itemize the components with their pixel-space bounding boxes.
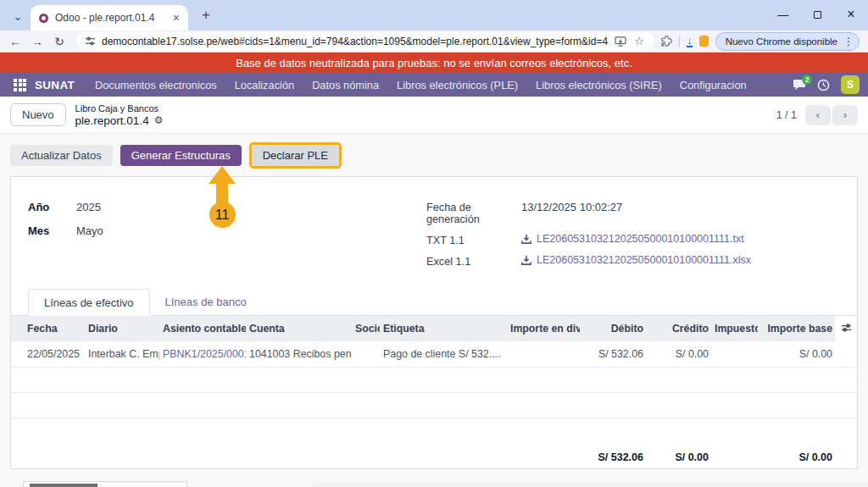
back-icon[interactable]: ← <box>5 32 25 51</box>
breadcrumb: Libro Caja y Bancos ple.report.01.4 ⚙ <box>75 103 164 127</box>
tutorial-annotation: 11 <box>207 166 237 228</box>
col-credito[interactable]: Crédito <box>646 316 711 341</box>
annotation-step-number: 11 <box>209 202 236 228</box>
tab-search-button[interactable]: ⌄ <box>7 5 29 27</box>
cell-asiento-link[interactable]: PBNK1/2025/00016 <box>159 341 246 367</box>
nav-item-libros-ple[interactable]: Libros electrónicos (PLE) <box>397 79 518 91</box>
restore-icon[interactable] <box>800 0 834 29</box>
bottom-edge-artifact <box>314 482 868 487</box>
cell-diario[interactable]: Interbak C. Empresa <box>85 341 159 367</box>
col-debito[interactable]: Débito <box>580 316 646 341</box>
statusbar-buttons: Actualizar Datos Generar Estructuras Dec… <box>0 134 868 176</box>
nav-item-documentos[interactable]: Documentos electronicos <box>95 79 217 91</box>
cell-socio[interactable] <box>352 341 380 367</box>
install-app-icon[interactable] <box>615 36 626 47</box>
extension-orange-icon[interactable] <box>699 36 709 47</box>
breadcrumb-record: ple.report.01.4 <box>75 114 149 127</box>
downloads-icon[interactable]: ↓ <box>687 36 693 47</box>
minimize-icon[interactable]: — <box>766 0 800 29</box>
tab-lineas-efectivo[interactable]: Líneas de efectivo <box>28 289 150 316</box>
cell-impuesto[interactable] <box>711 341 758 367</box>
neutralized-db-banner-text: Base de datos neutralizada para pruebas:… <box>236 57 632 69</box>
nav-item-localizacion[interactable]: Localización <box>235 79 294 91</box>
total-credito: S/ 0.00 <box>646 443 711 472</box>
record-pager: 1 / 1 ‹ › <box>776 105 858 125</box>
site-settings-icon[interactable] <box>85 36 96 47</box>
close-icon[interactable]: × <box>834 0 868 29</box>
browser-menu-dots-icon[interactable]: ⋮ <box>843 36 854 47</box>
breadcrumb-parent[interactable]: Libro Caja y Bancos <box>75 103 164 114</box>
chrome-update-chip[interactable]: Nuevo Chrome disponible ⋮ <box>715 32 860 51</box>
col-diario[interactable]: Diario <box>85 316 159 341</box>
browser-toolbar: ← → ↻ democontable17.solse.pe/web#cids=1… <box>0 30 868 53</box>
pager-next-icon[interactable]: › <box>832 105 858 125</box>
pager-count: 1 / 1 <box>776 109 797 121</box>
horizontal-scrollbar[interactable] <box>23 481 187 487</box>
reload-icon[interactable]: ↻ <box>49 32 70 51</box>
new-record-button[interactable]: Nuevo <box>10 103 66 126</box>
declarar-ple-button[interactable]: Declarar PLE <box>252 145 339 166</box>
user-avatar[interactable]: S <box>841 75 860 94</box>
optional-columns-button[interactable] <box>835 316 857 341</box>
cell-etiqueta[interactable]: Pago de cliente S/ 532.... <box>380 341 507 367</box>
field-label-txt: TXT 1.1 <box>426 235 521 246</box>
messages-button[interactable]: 2 <box>793 79 806 91</box>
nav-item-configuracion[interactable]: Configuracion <box>680 79 747 91</box>
annotation-arrow-icon <box>209 166 236 184</box>
actualizar-datos-button[interactable]: Actualizar Datos <box>10 145 113 166</box>
messages-count-badge: 2 <box>802 75 812 85</box>
scrollbar-thumb[interactable] <box>30 484 97 487</box>
file-download-icon <box>521 255 531 265</box>
col-asiento[interactable]: Asiento contable <box>159 316 246 341</box>
tab-title: Odoo - ple.report.01.4 <box>55 12 164 24</box>
bookmark-star-icon[interactable]: ☆ <box>632 35 646 48</box>
forward-icon[interactable]: → <box>27 32 47 51</box>
generar-estructuras-button[interactable]: Generar Estructuras <box>120 145 242 166</box>
apps-menu-icon[interactable] <box>14 79 26 91</box>
new-tab-button[interactable]: + <box>195 4 217 26</box>
url-text[interactable]: democontable17.solse.pe/web#cids=1&menu_… <box>102 36 609 47</box>
cell-credito[interactable]: S/ 0.00 <box>646 341 711 367</box>
address-bar[interactable]: democontable17.solse.pe/web#cids=1&menu_… <box>76 32 654 51</box>
total-debito: S/ 532.06 <box>580 443 646 472</box>
col-fecha[interactable]: Fecha <box>11 316 85 341</box>
nav-item-datos-nomina[interactable]: Datos nómina <box>312 79 379 91</box>
activities-clock-icon[interactable] <box>817 79 830 91</box>
col-importe-divisa[interactable]: Importe en divisa <box>507 316 580 341</box>
cell-importe-divisa[interactable] <box>507 341 580 367</box>
browser-tabstrip: ⌄ Odoo - ple.report.01.4 × + — × <box>0 0 868 30</box>
totals-row: S/ 532.06 S/ 0.00 S/ 0.00 <box>11 443 857 472</box>
cash-lines-table: Fecha Diario Asiento contable Cuenta Soc… <box>11 316 857 472</box>
odoo-favicon-icon <box>39 14 48 23</box>
empty-row <box>11 392 857 418</box>
cell-importe-base[interactable]: S/ 0.00 <box>758 341 835 367</box>
txt-file-link[interactable]: LE2060531032120250500010100001111.txt <box>521 233 744 245</box>
cell-debito[interactable]: S/ 532.06 <box>580 341 646 367</box>
col-socio[interactable]: Socio <box>352 316 380 341</box>
table-row[interactable]: 22/05/2025 Interbak C. Empresa PBNK1/202… <box>11 341 857 367</box>
empty-row <box>11 418 857 443</box>
nav-item-libros-sire[interactable]: Libros electrónicos (SIRE) <box>536 79 662 91</box>
chrome-update-label: Nuevo Chrome disponible <box>726 36 837 47</box>
browser-tab[interactable]: Odoo - ple.report.01.4 × <box>31 5 188 30</box>
col-etiqueta[interactable]: Etiqueta <box>380 316 507 341</box>
record-actions-gear-icon[interactable]: ⚙ <box>154 114 164 127</box>
cell-cuenta[interactable]: 1041003 Recibos pendi... <box>246 341 352 367</box>
cell-fecha[interactable]: 22/05/2025 <box>11 341 85 367</box>
neutralized-db-banner: Base de datos neutralizada para pruebas:… <box>0 53 868 73</box>
field-label-anio: Año <box>28 201 65 213</box>
column-sliders-icon <box>841 323 852 333</box>
extensions-puzzle-icon[interactable] <box>661 36 672 47</box>
tab-lineas-banco[interactable]: Líneas de banco <box>150 289 262 315</box>
empty-row <box>11 367 857 392</box>
tab-close-icon[interactable]: × <box>171 11 181 25</box>
col-importe-base[interactable]: Importe base <box>758 316 835 341</box>
pager-previous-icon[interactable]: ‹ <box>805 105 831 125</box>
field-value-anio[interactable]: 2025 <box>76 201 101 213</box>
total-importe-base: S/ 0.00 <box>758 443 835 472</box>
field-value-mes[interactable]: Mayo <box>76 224 103 237</box>
app-brand[interactable]: SUNAT <box>35 79 75 91</box>
col-cuenta[interactable]: Cuenta <box>246 316 352 341</box>
excel-file-link[interactable]: LE2060531032120250500010100001111.xlsx <box>521 254 751 266</box>
col-impuesto[interactable]: Impuesto <box>711 316 758 341</box>
